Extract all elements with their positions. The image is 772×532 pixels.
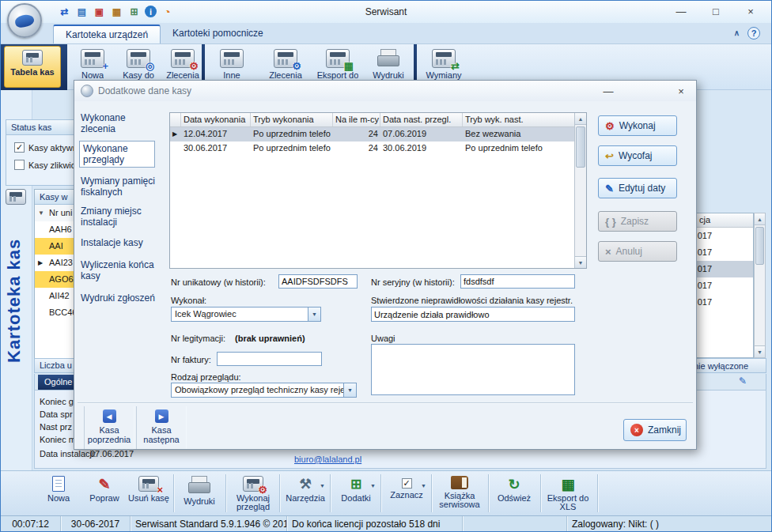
- calendar-icon[interactable]: ▦: [110, 6, 123, 18]
- scrollbar-thumb[interactable]: [755, 227, 764, 265]
- nieprawidlowosci-input[interactable]: [371, 307, 575, 322]
- dialog-nav-wykonane-przeglady[interactable]: Wykonane przeglądy: [79, 141, 155, 168]
- checkbox-kasy-zlikwidowane[interactable]: [14, 160, 25, 170]
- dialog-close-button[interactable]: ×: [671, 81, 691, 101]
- wykonaj-button[interactable]: ⚙ Wykonaj: [598, 115, 677, 136]
- pencil-icon: ✎: [98, 476, 110, 492]
- column-header[interactable]: Na ile m-cy: [333, 113, 380, 126]
- chevron-down-icon[interactable]: ▼: [308, 308, 320, 321]
- toolbar-zaznacz-button[interactable]: ✓ ▼ Zaznacz: [384, 474, 430, 514]
- calculator-icon[interactable]: ⊞: [127, 6, 141, 18]
- toolbar-usun-kase-button[interactable]: × Usuń kasę: [126, 474, 172, 514]
- dialog-nav-zmiany-miejsc[interactable]: Zmiany miejsc instalacji: [81, 206, 161, 228]
- ribbon-separator: [64, 44, 67, 90]
- button-label: Wycofaj: [619, 150, 653, 161]
- dialog-app-icon: [81, 85, 93, 97]
- wykonal-select[interactable]: Icek Wągrowiec ▼: [171, 307, 321, 322]
- column-header[interactable]: Data nast. przegl.: [380, 113, 463, 126]
- table-row[interactable]: 30.06.2017 Po uprzednim telefo 24 30.06.…: [170, 141, 586, 156]
- rodzaj-przegladu-select[interactable]: Obowiązkowy przegląd techniczny kasy rej…: [171, 383, 357, 398]
- close-button[interactable]: ×: [733, 1, 768, 22]
- app-logo-icon[interactable]: [7, 3, 42, 38]
- nr-unikatowy-input[interactable]: [278, 274, 358, 289]
- scroll-down-icon[interactable]: ▼: [755, 345, 765, 357]
- chevron-down-icon[interactable]: ▼: [343, 383, 356, 397]
- nr-faktury-input[interactable]: [217, 352, 322, 366]
- zamknij-button[interactable]: × Zamknij: [623, 419, 687, 441]
- help-icon[interactable]: ?: [747, 27, 760, 40]
- swap-icon: ⇄: [432, 49, 456, 68]
- toolbar-button-label: Wydruki: [184, 497, 215, 506]
- device-icon: [6, 189, 26, 205]
- toolbar-dodatki-button[interactable]: ⊞ ▼ Dodatki: [333, 474, 379, 514]
- button-label: Edytuj daty: [619, 183, 665, 194]
- toolbar-separator: [597, 474, 598, 512]
- toolbar-popraw-button[interactable]: ✎ Popraw: [81, 474, 127, 514]
- toolbar-ksiazka-serwisowa-button[interactable]: Książka serwisowa: [434, 474, 485, 514]
- minimize-button[interactable]: —: [664, 1, 698, 22]
- email-link[interactable]: biuro@lalaland.pl: [294, 455, 361, 464]
- cell-value: 07.06.2019: [380, 127, 463, 141]
- chevron-down-icon: ▼: [370, 483, 376, 489]
- timer-icon[interactable]: ◔: [161, 6, 174, 18]
- dialog-nav-wydruki-zgloszen[interactable]: Wydruki zgłoszeń: [81, 292, 161, 304]
- toolbar-wykonaj-przeglad-button[interactable]: ⚙ Wykonaj przegląd: [229, 474, 278, 514]
- cell-value: Po uprzednim telefo: [251, 127, 333, 141]
- transfer-icon[interactable]: ⇄: [58, 6, 71, 18]
- dialog-minimize-button[interactable]: —: [598, 81, 619, 101]
- toolbar-odswiez-button[interactable]: ↻ Odśwież: [491, 474, 537, 514]
- kasa-poprzednia-button[interactable]: ◀ Kasa poprzednia: [84, 406, 134, 449]
- nr-seryjny-input[interactable]: [460, 274, 575, 289]
- dialog-title: Dodatkowe dane kasy: [98, 81, 191, 101]
- collapse-ribbon-icon[interactable]: ∧: [734, 28, 740, 37]
- cell-value: 12.04.2017: [181, 127, 251, 141]
- column-header[interactable]: Tryb wykonania: [251, 113, 333, 126]
- tab-ogolne[interactable]: Ogólne: [38, 375, 78, 390]
- toolbar-eksport-xls-button[interactable]: ▦ Eksport do XLS: [543, 474, 592, 514]
- list-item-label: AII42: [49, 291, 70, 300]
- info-icon[interactable]: i: [145, 6, 157, 17]
- dialog-nav-wykonane-zlecenia[interactable]: Wykonane zlecenia: [81, 112, 161, 134]
- column-header-label: Nr uni: [49, 208, 72, 217]
- cash-register-icon: [22, 50, 43, 66]
- scrollbar-thumb[interactable]: [576, 126, 585, 168]
- checkbox-kasy-aktywne[interactable]: ✓: [14, 142, 25, 153]
- sort-descending-icon: ▼: [38, 205, 44, 221]
- devices-icon: [220, 49, 244, 68]
- column-header[interactable]: Tryb wyk. nast.: [463, 113, 577, 126]
- tools-icon: ⚒: [299, 476, 311, 492]
- edit-icon[interactable]: ✎: [739, 375, 747, 387]
- info-label: Koniec g: [40, 397, 74, 406]
- wycofaj-button[interactable]: ↩ Wycofaj: [598, 145, 677, 166]
- dialog-nav-wyliczenia-konca[interactable]: Wyliczenia końca kasy: [81, 259, 161, 281]
- install-date-label: Data instalacji:: [40, 449, 96, 458]
- ribbon-button-label: Tabela kas: [10, 68, 54, 77]
- tab-kartoteka-urzadzen[interactable]: Kartoteka urządzeń: [53, 25, 161, 43]
- maximize-button[interactable]: □: [698, 1, 733, 22]
- ribbon-tabela-kas-button[interactable]: Tabela kas: [4, 46, 61, 88]
- cards-icon[interactable]: ▤: [75, 6, 89, 18]
- toolbar-nowa-button[interactable]: Nowa: [36, 474, 81, 514]
- modules-icon[interactable]: ▣: [93, 6, 106, 18]
- column-header[interactable]: Data wykonania: [181, 113, 251, 126]
- toolbar-button-label: Książka serwisowa: [434, 492, 485, 509]
- uwagi-textarea[interactable]: [371, 344, 575, 395]
- status-license: Do końca licencji pozostało 518 dni: [287, 516, 463, 532]
- cell-value: 24: [333, 141, 380, 156]
- scroll-up-icon[interactable]: ▲: [755, 213, 765, 225]
- edytuj-daty-button[interactable]: ✎ Edytuj daty: [598, 178, 677, 198]
- table-row[interactable]: ▶ 12.04.2017 Po uprzednim telefo 24 07.0…: [170, 127, 586, 141]
- table-scrollbar[interactable]: ▲ ▼: [574, 113, 586, 268]
- tab-kartoteki-pomocnicze[interactable]: Kartoteki pomocnicze: [161, 25, 275, 43]
- cash-register-icon: +: [81, 49, 104, 68]
- toolbar-wydruki-button[interactable]: Wydruki: [176, 474, 222, 514]
- dialog-nav-instalacje-kasy[interactable]: Instalacje kasy: [81, 237, 161, 248]
- scroll-up-icon[interactable]: ▲: [575, 113, 586, 125]
- scroll-down-icon[interactable]: ▼: [575, 256, 586, 268]
- dialog-nav-wymiany-pamieci[interactable]: Wymiany pamięci fiskalnych: [81, 175, 161, 198]
- pencil-icon: ✎: [605, 183, 614, 194]
- toolbar-narzedzia-button[interactable]: ⚒ ▼ Narzędzia: [282, 474, 328, 514]
- kasa-nastepna-button[interactable]: ▶ Kasa następna: [136, 406, 187, 449]
- vertical-scrollbar[interactable]: ▲ ▼: [754, 213, 766, 358]
- anuluj-button: × Anuluj: [598, 241, 677, 262]
